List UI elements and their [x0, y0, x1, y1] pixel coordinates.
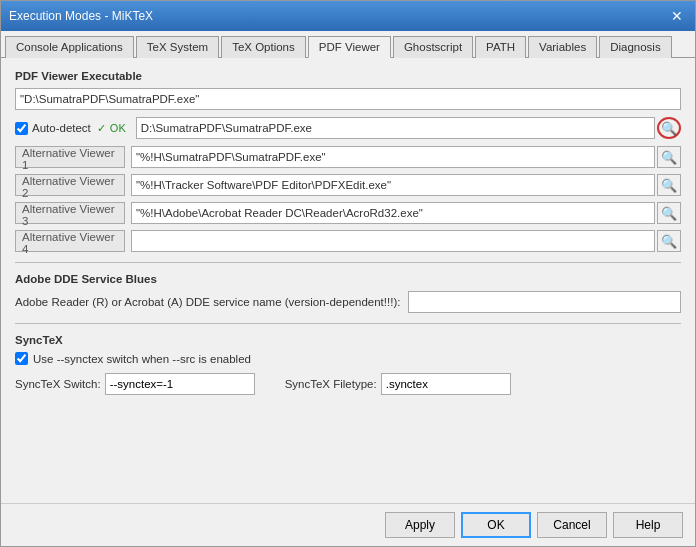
- auto-detect-browse-button[interactable]: 🔍: [657, 117, 681, 139]
- help-button[interactable]: Help: [613, 512, 683, 538]
- alt-viewer-4-browse-button[interactable]: 🔍: [657, 230, 681, 252]
- search-icon-alt4: 🔍: [661, 234, 677, 249]
- ok-badge: ✓ OK: [97, 122, 132, 135]
- adobe-dde-section: Adobe DDE Service Blues Adobe Reader (R)…: [15, 273, 681, 313]
- content-area: PDF Viewer Executable Auto-detect ✓ OK 🔍: [1, 58, 695, 503]
- alt-viewer-4-row: Alternative Viewer 4 🔍: [15, 230, 681, 252]
- footer: Apply OK Cancel Help: [1, 503, 695, 546]
- alt-viewer-2-button[interactable]: Alternative Viewer 2: [15, 174, 125, 196]
- tab-bar: Console Applications TeX System TeX Opti…: [1, 31, 695, 58]
- alt-viewer-2-input[interactable]: [131, 174, 655, 196]
- cancel-button[interactable]: Cancel: [537, 512, 607, 538]
- tab-pdf-viewer[interactable]: PDF Viewer: [308, 36, 391, 58]
- synctex-label: SyncTeX: [15, 334, 681, 346]
- alt-viewer-2-row: Alternative Viewer 2 🔍: [15, 174, 681, 196]
- alt-viewer-3-row: Alternative Viewer 3 🔍: [15, 202, 681, 224]
- alt-viewer-1-browse-button[interactable]: 🔍: [657, 146, 681, 168]
- main-path-input[interactable]: [15, 88, 681, 110]
- auto-detect-label: Auto-detect: [32, 122, 91, 134]
- auto-detect-row: Auto-detect ✓ OK 🔍: [15, 117, 681, 139]
- search-icon-alt1: 🔍: [661, 150, 677, 165]
- tab-variables[interactable]: Variables: [528, 36, 597, 58]
- alt-viewer-1-input[interactable]: [131, 146, 655, 168]
- ok-check-icon: ✓: [97, 122, 106, 135]
- alt-viewer-1-row: Alternative Viewer 1 🔍: [15, 146, 681, 168]
- alt-viewer-4-input[interactable]: [131, 230, 655, 252]
- synctex-filetype-label: SyncTeX Filetype:: [285, 378, 377, 390]
- alt-viewer-3-button[interactable]: Alternative Viewer 3: [15, 202, 125, 224]
- tab-tex-system[interactable]: TeX System: [136, 36, 219, 58]
- apply-button[interactable]: Apply: [385, 512, 455, 538]
- title-bar: Execution Modes - MiKTeX ✕: [1, 1, 695, 31]
- search-icon: 🔍: [661, 121, 677, 136]
- synctex-section: SyncTeX Use --synctex switch when --src …: [15, 334, 681, 395]
- ok-button[interactable]: OK: [461, 512, 531, 538]
- main-path-row: [15, 88, 681, 110]
- divider-2: [15, 323, 681, 324]
- ok-text: OK: [110, 122, 126, 134]
- synctex-filetype-group: SyncTeX Filetype:: [285, 373, 511, 395]
- pdf-viewer-executable-label: PDF Viewer Executable: [15, 70, 681, 82]
- dde-service-input[interactable]: [408, 291, 681, 313]
- tab-path[interactable]: PATH: [475, 36, 526, 58]
- close-button[interactable]: ✕: [667, 6, 687, 26]
- divider-1: [15, 262, 681, 263]
- alt-viewer-1-button[interactable]: Alternative Viewer 1: [15, 146, 125, 168]
- tab-ghostscript[interactable]: Ghostscript: [393, 36, 473, 58]
- tab-diagnosis[interactable]: Diagnosis: [599, 36, 672, 58]
- alt-viewer-4-button[interactable]: Alternative Viewer 4: [15, 230, 125, 252]
- alt-viewer-3-input[interactable]: [131, 202, 655, 224]
- auto-detect-path-input[interactable]: [136, 117, 655, 139]
- adobe-dde-label: Adobe DDE Service Blues: [15, 273, 681, 285]
- dde-service-label: Adobe Reader (R) or Acrobat (A) DDE serv…: [15, 296, 400, 308]
- pdf-viewer-executable-section: PDF Viewer Executable Auto-detect ✓ OK 🔍: [15, 70, 681, 252]
- alt-viewer-2-browse-button[interactable]: 🔍: [657, 174, 681, 196]
- synctex-switch-row: SyncTeX Switch: SyncTeX Filetype:: [15, 373, 681, 395]
- synctex-checkbox-label: Use --synctex switch when --src is enabl…: [33, 353, 251, 365]
- synctex-switch-label: SyncTeX Switch:: [15, 378, 101, 390]
- auto-detect-checkbox[interactable]: [15, 122, 28, 135]
- synctex-switch-group: SyncTeX Switch:: [15, 373, 255, 395]
- window-title: Execution Modes - MiKTeX: [9, 9, 153, 23]
- synctex-filetype-input[interactable]: [381, 373, 511, 395]
- tab-console-applications[interactable]: Console Applications: [5, 36, 134, 58]
- alt-viewer-3-browse-button[interactable]: 🔍: [657, 202, 681, 224]
- dde-service-row: Adobe Reader (R) or Acrobat (A) DDE serv…: [15, 291, 681, 313]
- search-icon-alt3: 🔍: [661, 206, 677, 221]
- search-icon-alt2: 🔍: [661, 178, 677, 193]
- synctex-switch-input[interactable]: [105, 373, 255, 395]
- tab-tex-options[interactable]: TeX Options: [221, 36, 306, 58]
- synctex-checkbox-row: Use --synctex switch when --src is enabl…: [15, 352, 681, 365]
- synctex-checkbox[interactable]: [15, 352, 28, 365]
- main-window: Execution Modes - MiKTeX ✕ Console Appli…: [0, 0, 696, 547]
